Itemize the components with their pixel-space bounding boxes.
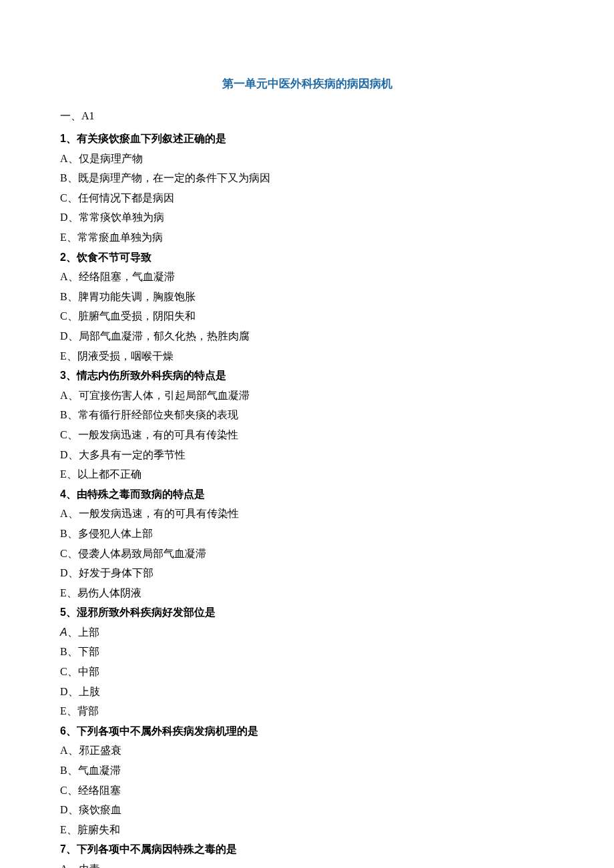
answer-option: A、可宜接伤害人体，引起局部气血凝滞 bbox=[60, 386, 554, 406]
answer-option: C、中部 bbox=[60, 662, 554, 682]
answer-option: C、脏腑气血受损，阴阳失和 bbox=[60, 306, 554, 326]
option-letter: A bbox=[60, 626, 67, 638]
question-number: 3 bbox=[60, 370, 66, 381]
answer-option: A、虫毒 bbox=[60, 859, 554, 868]
answer-option: C、一般发病迅速，有的可具有传染性 bbox=[60, 425, 554, 445]
answer-option: A、仅是病理产物 bbox=[60, 149, 554, 169]
option-text: C、一般发病迅速，有的可具有传染性 bbox=[60, 429, 238, 440]
option-text: 、上部 bbox=[67, 626, 99, 638]
question-text: 情志内伤所致外科疾病的特点是 bbox=[77, 370, 226, 381]
answer-option: B、既是病理产物，在一定的条件下又为病因 bbox=[60, 168, 554, 188]
option-text: E、脏腑失和 bbox=[60, 824, 120, 835]
answer-option: D、上肢 bbox=[60, 682, 554, 702]
page-content: 第一单元中医外科疾病的病因病机 一、A1 1、有关痰饮瘀血下列叙述正确的是A、仅… bbox=[0, 0, 614, 868]
question-text: 由特殊之毒而致病的特点是 bbox=[77, 488, 205, 500]
option-text: B、脾胃功能失调，胸腹饱胀 bbox=[60, 291, 196, 302]
option-text: E、以上都不正确 bbox=[60, 468, 141, 480]
question-stem: 3、情志内伤所致外科疾病的特点是 bbox=[60, 366, 554, 386]
question-number: 2 bbox=[60, 252, 66, 263]
document-title: 第一单元中医外科疾病的病因病机 bbox=[60, 73, 554, 94]
option-text: C、中部 bbox=[60, 666, 99, 677]
answer-option: D、局部气血凝滞，郁久化热，热胜肉腐 bbox=[60, 326, 554, 346]
option-text: D、好发于身体下部 bbox=[60, 567, 154, 578]
question-text: 饮食不节可导致 bbox=[77, 252, 151, 263]
answer-option: D、常常痰饮单独为病 bbox=[60, 207, 554, 228]
question-text: 有关痰饮瘀血下列叙述正确的是 bbox=[77, 133, 226, 144]
option-text: D、上肢 bbox=[60, 686, 100, 697]
answer-option: E、以上都不正确 bbox=[60, 464, 554, 484]
question-number: 7 bbox=[60, 843, 66, 855]
option-text: C、脏腑气血受损，阴阳失和 bbox=[60, 310, 196, 322]
answer-option: C、经络阻塞 bbox=[60, 781, 554, 801]
answer-option: C、任何情况下都是病因 bbox=[60, 188, 554, 208]
option-text: C、经络阻塞 bbox=[60, 785, 121, 796]
answer-option: B、常有循行肝经部位夹郁夹痰的表现 bbox=[60, 405, 554, 425]
answer-option: A、一般发病迅速，有的可具有传染性 bbox=[60, 504, 554, 524]
answer-option: C、侵袭人体易致局部气血凝滞 bbox=[60, 544, 554, 564]
option-text: E、易伤人体阴液 bbox=[60, 587, 141, 598]
option-text: B、下部 bbox=[60, 646, 99, 657]
option-text: A、可宜接伤害人体，引起局部气血凝滞 bbox=[60, 390, 250, 401]
option-text: C、任何情况下都是病因 bbox=[60, 192, 174, 203]
answer-option: D、好发于身体下部 bbox=[60, 563, 554, 583]
option-text: D、大多具有一定的季节性 bbox=[60, 449, 186, 460]
option-text: C、侵袭人体易致局部气血凝滞 bbox=[60, 548, 206, 559]
answer-option: B、多侵犯人体上部 bbox=[60, 524, 554, 544]
option-text: B、多侵犯人体上部 bbox=[60, 528, 153, 539]
answer-option: B、气血凝滞 bbox=[60, 761, 554, 781]
question-number: 1 bbox=[60, 133, 66, 144]
option-text: A、虫毒 bbox=[60, 863, 100, 868]
answer-option: B、脾胃功能失调，胸腹饱胀 bbox=[60, 287, 554, 307]
answer-option: D、痰饮瘀血 bbox=[60, 800, 554, 820]
option-text: E、常常瘀血单独为病 bbox=[60, 232, 163, 243]
question-number: 6 bbox=[60, 725, 66, 737]
answer-option: D、大多具有一定的季节性 bbox=[60, 445, 554, 465]
answer-option: A、经络阻塞，气血凝滞 bbox=[60, 267, 554, 287]
option-text: A、仅是病理产物 bbox=[60, 153, 143, 164]
question-number: 5 bbox=[60, 606, 66, 618]
question-stem: 4、由特殊之毒而致病的特点是 bbox=[60, 484, 554, 504]
question-stem: 7、下列各项中不属病因特殊之毒的是 bbox=[60, 839, 554, 859]
answer-option: E、脏腑失和 bbox=[60, 820, 554, 840]
question-stem: 2、饮食不节可导致 bbox=[60, 248, 554, 268]
option-text: A、一般发病迅速，有的可具有传染性 bbox=[60, 508, 239, 519]
option-text: D、痰饮瘀血 bbox=[60, 804, 121, 815]
option-text: E、阴液受损，咽喉干燥 bbox=[60, 350, 174, 362]
option-text: D、局部气血凝滞，郁久化热，热胜肉腐 bbox=[60, 330, 250, 342]
option-text: A、邪正盛衰 bbox=[60, 745, 121, 756]
option-text: A、经络阻塞，气血凝滞 bbox=[60, 271, 175, 282]
answer-option: E、背部 bbox=[60, 701, 554, 721]
question-stem: 6、下列各项中不属外科疾病发病机理的是 bbox=[60, 721, 554, 741]
option-text: D、常常痰饮单独为病 bbox=[60, 211, 164, 223]
answer-option: E、常常瘀血单独为病 bbox=[60, 228, 554, 248]
answer-option: E、易伤人体阴液 bbox=[60, 583, 554, 603]
question-number: 4 bbox=[60, 488, 66, 500]
question-stem: 1、有关痰饮瘀血下列叙述正确的是 bbox=[60, 129, 554, 149]
option-text: B、常有循行肝经部位夹郁夹痰的表现 bbox=[60, 409, 238, 420]
question-stem: 5、湿邪所致外科疾病好发部位是 bbox=[60, 602, 554, 622]
option-text: B、既是病理产物，在一定的条件下又为病因 bbox=[60, 172, 270, 183]
answer-option: E、阴液受损，咽喉干燥 bbox=[60, 346, 554, 366]
question-text: 下列各项中不属病因特殊之毒的是 bbox=[77, 843, 237, 855]
question-text: 湿邪所致外科疾病好发部位是 bbox=[77, 606, 216, 618]
questions-container: 1、有关痰饮瘀血下列叙述正确的是A、仅是病理产物B、既是病理产物，在一定的条件下… bbox=[60, 129, 554, 868]
option-text: B、气血凝滞 bbox=[60, 765, 121, 776]
answer-option: B、下部 bbox=[60, 642, 554, 662]
section-label: 一、A1 bbox=[60, 106, 554, 126]
question-text: 下列各项中不属外科疾病发病机理的是 bbox=[77, 725, 258, 737]
option-text: E、背部 bbox=[60, 705, 99, 717]
answer-option: A、上部 bbox=[60, 622, 554, 642]
answer-option: A、邪正盛衰 bbox=[60, 741, 554, 761]
